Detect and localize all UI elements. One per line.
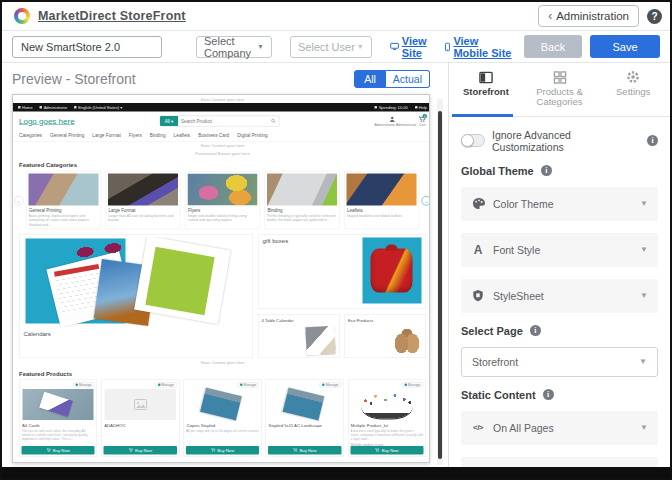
featured-products-title: Featured Products: [19, 370, 426, 377]
tab-label: Settings: [616, 87, 650, 97]
chevron-down-icon: ▼: [639, 357, 647, 366]
buy-now-button[interactable]: Buy Now: [350, 446, 423, 455]
chevron-down-icon: ▼: [257, 43, 264, 50]
preview-scrollbar[interactable]: [437, 99, 443, 465]
store-name-input[interactable]: [12, 36, 162, 58]
manage-badge[interactable]: Manage: [401, 382, 423, 388]
category-image: [267, 174, 337, 206]
help-icon[interactable]: ?: [647, 9, 662, 24]
cart-icon: [375, 448, 380, 452]
select-page-dropdown[interactable]: Storefront ▼: [461, 347, 658, 377]
tab-settings[interactable]: Settings: [596, 63, 670, 116]
chevron-down-icon: ▼: [640, 291, 648, 300]
topbar-administrator-link[interactable]: Administrator: [40, 105, 68, 110]
account-menu[interactable]: Administrator Administrator: [375, 116, 410, 127]
buy-now-label: Buy Now: [53, 448, 70, 453]
manage-badge[interactable]: Manage: [237, 382, 259, 388]
buy-now-button[interactable]: Buy Now: [268, 446, 341, 455]
nav-item[interactable]: Digital Printing: [237, 133, 268, 139]
accordion-label: Font Style: [493, 244, 540, 256]
stylesheet-accordion[interactable]: StyleSheet ▼: [461, 279, 658, 313]
nav-item[interactable]: General Printing: [50, 133, 84, 139]
carousel-prev-button[interactable]: ←: [14, 196, 24, 206]
product-description: The use of card stock takes the everyday…: [22, 429, 95, 442]
storefront-logo-link[interactable]: Logo goes here: [19, 117, 75, 126]
nav-item[interactable]: Binding: [150, 133, 166, 139]
manage-badge[interactable]: Manage: [155, 382, 177, 388]
info-icon[interactable]: i: [541, 165, 552, 176]
buy-now-button[interactable]: Buy Now: [186, 446, 259, 455]
on-this-page-accordion[interactable]: On This Page (Storefront) ▼: [461, 457, 658, 467]
buy-now-button[interactable]: Buy Now: [22, 446, 95, 455]
app-header: MarketDirect StoreFront ‹ Administration…: [2, 2, 670, 31]
storefront-topbar: Home Administrator English (United State…: [13, 103, 430, 112]
product-title: ADADHOC: [104, 423, 176, 428]
select-company-dropdown[interactable]: Select Company ▼: [196, 36, 272, 58]
view-actual-button[interactable]: Actual: [386, 70, 430, 88]
nav-item[interactable]: Business Card: [198, 133, 229, 139]
back-button[interactable]: Back: [524, 35, 582, 58]
nav-item[interactable]: Flyers: [129, 133, 142, 139]
cart-button[interactable]: 0 Cart: [419, 116, 427, 127]
on-all-pages-accordion[interactable]: </> On All Pages ▼: [461, 411, 658, 445]
image-placeholder-icon: [134, 399, 147, 410]
product-card[interactable]: Manage A4 Cards The use of card stock ta…: [19, 380, 97, 457]
info-icon[interactable]: i: [543, 389, 554, 400]
view-site-link[interactable]: View Site: [390, 35, 436, 59]
product-title: A4 Cards: [22, 423, 94, 428]
category-card[interactable]: Flyers Single and double sided printing …: [185, 171, 260, 229]
category-title: Flyers: [188, 208, 257, 213]
product-card[interactable]: Manage Copies Stapled A4 per copy with u…: [183, 380, 261, 457]
settings-gear-icon: [626, 70, 640, 84]
buy-now-button[interactable]: Buy Now: [104, 446, 177, 455]
select-page-value: Storefront: [472, 356, 518, 368]
manage-badge[interactable]: Manage: [319, 382, 341, 388]
chevron-down-icon: ▼: [640, 423, 648, 432]
category-description: Basic printing, duplicates/copies and la…: [29, 214, 99, 227]
tab-products-categories[interactable]: Products & Categories: [523, 63, 597, 116]
product-image: [23, 389, 94, 420]
info-icon[interactable]: i: [530, 325, 541, 336]
product-search-input[interactable]: [178, 119, 271, 124]
preview-title: Preview - Storefront: [12, 71, 136, 87]
category-card[interactable]: General Printing Basic printing, duplica…: [26, 171, 101, 229]
select-user-dropdown[interactable]: Select User ▼: [290, 36, 372, 58]
topbar-help-link[interactable]: Help: [415, 105, 427, 110]
ignore-customizations-toggle[interactable]: [461, 134, 485, 147]
nav-item[interactable]: Large Format: [92, 133, 121, 139]
product-card[interactable]: Manage Stapled 5x11 AC Landscape Buy Now: [266, 380, 344, 457]
eco-products-card[interactable]: Eco Products: [345, 314, 426, 358]
product-image: [269, 389, 340, 420]
category-title: Leaflets: [347, 208, 416, 213]
topbar-home-link[interactable]: Home: [18, 105, 33, 110]
nav-item[interactable]: Leaflets: [174, 133, 191, 139]
gift-boxes-label: gift boxes: [263, 238, 289, 306]
product-description: A business card typically includes the g…: [350, 429, 423, 442]
view-mobile-site-link[interactable]: View Mobile Site: [445, 35, 514, 59]
view-all-button[interactable]: All: [354, 70, 386, 88]
gift-boxes-card[interactable]: gift boxes: [258, 234, 426, 309]
table-calendar-card[interactable]: 4 Table Calendar: [258, 314, 339, 358]
product-card[interactable]: Manage Multiple Product_kit A business c…: [348, 380, 426, 457]
product-card[interactable]: Manage ADADHOC Buy Now: [101, 380, 179, 457]
search-icon[interactable]: [271, 119, 276, 124]
search-scope-dropdown[interactable]: All ▾: [160, 116, 178, 126]
nav-item[interactable]: Categories: [19, 133, 42, 139]
scrollbar-thumb[interactable]: [438, 111, 442, 459]
category-description: Single and double sided printing using c…: [188, 214, 258, 223]
category-card[interactable]: Large Format Larger than A3 size includi…: [106, 171, 181, 229]
category-card[interactable]: Leaflets Stapled booklets and folded lea…: [344, 171, 419, 229]
info-icon[interactable]: i: [647, 135, 658, 146]
tab-storefront[interactable]: Storefront: [449, 63, 523, 116]
static-content-note: Static Content goes here: [13, 358, 430, 366]
font-style-accordion[interactable]: A Font Style ▼: [461, 233, 658, 267]
administration-button[interactable]: ‹ Administration: [538, 5, 639, 27]
color-theme-accordion[interactable]: Color Theme ▼: [461, 187, 658, 221]
save-button[interactable]: Save: [590, 35, 660, 58]
manage-badge[interactable]: Manage: [73, 382, 95, 388]
calendars-card[interactable]: Calendars: [19, 234, 253, 358]
carousel-next-button[interactable]: →: [422, 196, 431, 206]
category-card[interactable]: Binding Perfect binding is typically use…: [265, 171, 340, 229]
category-image: [29, 174, 99, 206]
topbar-language-dropdown[interactable]: English (United States) ▾: [74, 105, 122, 110]
